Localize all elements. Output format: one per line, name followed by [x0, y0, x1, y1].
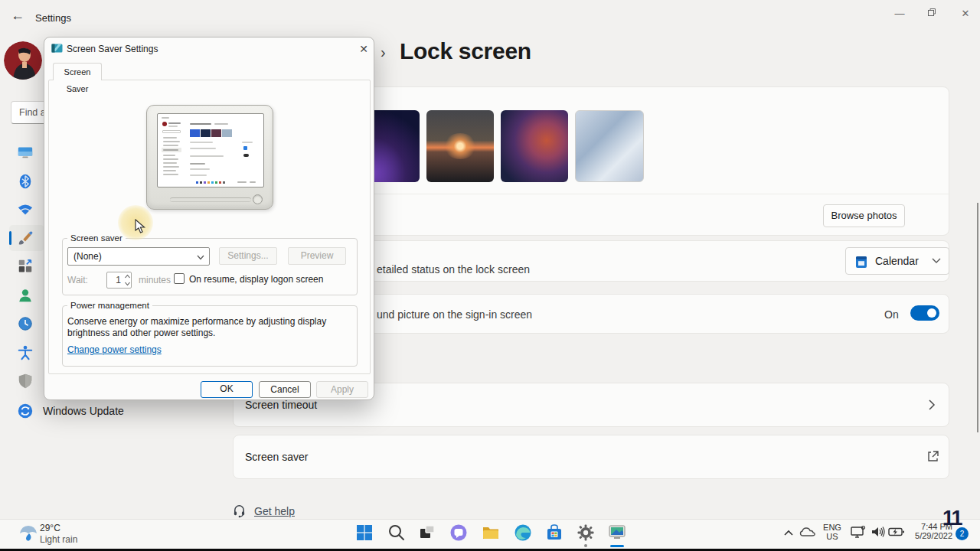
sidebar-item-windows-update-label[interactable]: Windows Update [43, 405, 124, 417]
weather-temp: 29°C [40, 523, 60, 533]
page-title: Lock screen [400, 38, 531, 64]
network-tray-button[interactable] [850, 525, 867, 542]
wallpaper-thumb-3[interactable] [501, 110, 568, 182]
power-description-line1: Conserve energy or maximize performance … [67, 316, 326, 328]
language-indicator[interactable]: ENG US [822, 523, 842, 541]
back-button[interactable]: ← [11, 8, 24, 24]
task-view-button[interactable] [417, 523, 438, 543]
headset-icon [232, 504, 247, 518]
sidebar-item-personalization[interactable] [17, 230, 34, 246]
screensaver-app-button[interactable] [607, 523, 628, 543]
screen-saver-card[interactable] [233, 435, 949, 479]
resume-checkbox-label: On resume, display logon screen [189, 274, 323, 285]
tray-overflow-button[interactable] [782, 527, 795, 540]
screen-saver-group-legend: Screen saver [67, 233, 126, 243]
minimize-button[interactable]: — [888, 6, 911, 21]
settings-running-indicator [584, 544, 587, 547]
screen-timeout-label: Screen timeout [245, 399, 317, 411]
bluetooth-icon [17, 173, 34, 190]
chevron-down-icon [197, 255, 204, 260]
ok-button[interactable]: OK [201, 381, 253, 398]
screen-saver-label: Screen saver [245, 451, 308, 463]
avatar[interactable] [4, 41, 42, 80]
wait-label: Wait: [67, 275, 88, 285]
screen-saver-settings-dialog: Screen Saver Settings ✕ Screen Saver [44, 37, 374, 400]
signin-picture-toggle[interactable] [910, 305, 939, 321]
wallpaper-thumb-4[interactable] [575, 110, 644, 182]
mouse-cursor-icon [133, 219, 147, 234]
active-app-indicator [610, 545, 624, 547]
dialog-titlebar-icon [51, 44, 63, 54]
windows-start-icon [354, 523, 374, 543]
screensaver-preview-button[interactable]: Preview [288, 247, 346, 265]
settings-app-button[interactable] [576, 523, 596, 543]
close-window-button[interactable]: ✕ [954, 6, 977, 21]
onedrive-tray-button[interactable] [799, 527, 816, 540]
sidebar-item-bluetooth[interactable] [17, 173, 34, 190]
light-rain-icon [18, 523, 38, 544]
edge-button[interactable] [513, 523, 534, 543]
sidebar-item-accounts[interactable] [17, 287, 34, 304]
scrollbar[interactable] [977, 203, 978, 432]
battery-charging-icon [888, 527, 905, 537]
dialog-title: Screen Saver Settings [67, 44, 158, 54]
status-app-dropdown[interactable]: Calendar [845, 247, 949, 275]
language-line2: US [822, 532, 842, 541]
screensaver-dropdown[interactable]: (None) [67, 247, 210, 266]
restore-icon [927, 8, 936, 17]
spinner-up-icon[interactable] [124, 274, 131, 279]
avatar-image [4, 41, 42, 80]
start-button[interactable] [354, 523, 375, 543]
sidebar-item-network[interactable] [17, 201, 34, 218]
cloud-icon [799, 527, 816, 537]
resume-checkbox[interactable] [174, 273, 185, 284]
wait-spinner[interactable]: 1 [106, 272, 132, 289]
battery-tray-button[interactable] [888, 527, 905, 540]
weather-condition: Light rain [40, 534, 77, 545]
teams-chat-icon [449, 523, 469, 543]
minutes-label: minutes [139, 275, 171, 285]
task-view-icon [417, 523, 437, 543]
watermark-11: 11 [942, 507, 962, 530]
sidebar-item-time-language[interactable] [17, 315, 34, 332]
lock-screen-status-label: etailed status on the lock screen [377, 263, 530, 276]
weather-widget[interactable]: 29°C Light rain [17, 521, 147, 547]
power-description: Conserve energy or maximize performance … [67, 316, 326, 339]
wait-value: 1 [107, 275, 121, 285]
apply-button[interactable]: Apply [316, 381, 368, 398]
screensaver-preview-monitor [146, 105, 273, 210]
sidebar-item-system[interactable] [17, 144, 34, 161]
edge-icon [513, 523, 533, 543]
microsoft-store-icon [544, 523, 564, 543]
store-button[interactable] [544, 523, 565, 543]
sidebar-selected-indicator [9, 231, 11, 245]
restore-button[interactable] [920, 6, 943, 21]
cancel-button[interactable]: Cancel [259, 381, 311, 398]
change-power-settings-link[interactable]: Change power settings [67, 344, 162, 355]
wallpaper-thumb-2[interactable] [426, 110, 494, 182]
sidebar-item-apps[interactable] [17, 259, 34, 276]
display-network-icon [850, 525, 867, 539]
dialog-close-button[interactable]: ✕ [354, 41, 373, 57]
spinner-down-icon[interactable] [124, 281, 131, 286]
file-explorer-button[interactable] [481, 523, 501, 543]
file-explorer-icon [481, 523, 501, 543]
browse-photos-button[interactable]: Browse photos [823, 204, 905, 227]
volume-tray-button[interactable] [871, 526, 886, 541]
screensaver-settings-button[interactable]: Settings... [219, 247, 277, 265]
preview-mini-screen [157, 113, 264, 187]
search-button[interactable] [387, 523, 407, 543]
sidebar-item-windows-update[interactable] [17, 403, 34, 419]
sidebar-item-privacy[interactable] [17, 373, 34, 390]
signin-picture-label: und picture on the sign-in screen [377, 308, 532, 321]
chat-button[interactable] [449, 523, 469, 543]
accessibility-icon [17, 344, 34, 361]
toggle-state-label: On [884, 308, 899, 321]
sidebar-item-accessibility[interactable] [17, 344, 34, 361]
power-description-line2: brightness and other power settings. [67, 328, 326, 339]
tab-screen-saver[interactable]: Screen Saver [53, 63, 102, 80]
status-app-dropdown-value: Calendar [875, 255, 919, 267]
tray-date: 5/29/2022 [910, 531, 952, 540]
wifi-icon [17, 201, 34, 218]
get-help-link[interactable]: Get help [254, 505, 295, 517]
